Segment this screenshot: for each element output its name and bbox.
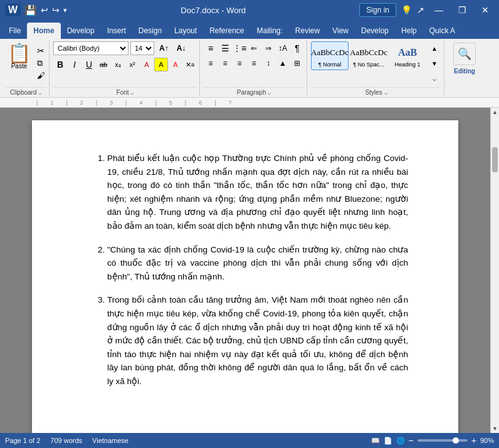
view-print-icon[interactable]: 📄 xyxy=(384,437,392,445)
shading-button[interactable]: ▲ xyxy=(276,56,290,70)
zoom-thumb[interactable] xyxy=(453,437,459,444)
ribbon-paragraph-group: ≡ ☰ ⋮≡ ⇐ ⇒ ↕A ¶ ≡ ≡ ≡ ≡ ↕ ▲ ⊞ Paragraph … xyxy=(201,40,307,96)
vertical-scrollbar[interactable]: ▲ ▼ xyxy=(490,108,499,433)
format-painter-button[interactable]: 🖌 xyxy=(36,70,46,81)
clipboard-content: 📋 Paste ✂ ⧉ 🖌 xyxy=(5,41,46,87)
italic-button[interactable]: I xyxy=(68,58,81,71)
tab-develop2[interactable]: Develop xyxy=(355,23,395,39)
tab-help[interactable]: Help xyxy=(395,23,423,39)
font-size-select[interactable]: 14 xyxy=(130,41,154,55)
tab-file[interactable]: File xyxy=(3,23,27,39)
ruler-marker: |1|2|3|4|5|6|7 xyxy=(5,100,494,106)
text-effects-button[interactable]: A xyxy=(140,58,154,71)
title-bar-left: W 💾 ↩ ↪ ▾ xyxy=(5,4,67,16)
ruler: |1|2|3|4|5|6|7 xyxy=(0,98,499,108)
ribbon: 📋 Paste ✂ ⧉ 🖌 Clipboard ⌵ Calibri (Body)… xyxy=(0,39,499,98)
tab-mailing[interactable]: Mailing: xyxy=(251,23,289,39)
list-item-1: Phát biểu kết luận cuộc họp Thường trực … xyxy=(107,152,408,233)
strikethrough-button[interactable]: ab xyxy=(97,58,110,71)
scrollbar-thumb[interactable] xyxy=(492,147,498,172)
align-right-button[interactable]: ≡ xyxy=(233,56,246,70)
align-center-button[interactable]: ≡ xyxy=(218,56,232,70)
clear-formatting-button[interactable]: ✕a xyxy=(183,58,197,71)
style-normal[interactable]: AaBbCcDc ¶ Normal xyxy=(311,41,349,70)
align-left-button[interactable]: ≡ xyxy=(204,56,218,70)
view-web-icon[interactable]: 🌐 xyxy=(396,437,405,445)
window-close[interactable]: ✕ xyxy=(476,4,494,16)
highlight-button[interactable]: A xyxy=(154,58,168,71)
scroll-up-arrow[interactable]: ▲ xyxy=(491,108,500,117)
styles-items: AaBbCcDc ¶ Normal AaBbCcDc ¶ No Spac... … xyxy=(311,41,441,85)
tell-me-icon[interactable]: 💡 xyxy=(401,5,412,15)
line-spacing-button[interactable]: ↕ xyxy=(261,56,275,70)
tab-develop[interactable]: Develop xyxy=(61,23,101,39)
quick-access-redo[interactable]: ↪ xyxy=(52,5,60,15)
editing-label-text: Editing xyxy=(454,68,475,75)
font-label: Font ⌵ xyxy=(53,87,197,96)
cut-button[interactable]: ✂ xyxy=(36,45,46,56)
scroll-down-arrow[interactable]: ▼ xyxy=(491,424,500,433)
zoom-slider[interactable] xyxy=(418,439,468,442)
justify-button[interactable]: ≡ xyxy=(247,56,261,70)
scrollbar-track[interactable] xyxy=(491,117,499,424)
document-scroll-area[interactable]: Phát biểu kết luận cuộc họp Thường trực … xyxy=(0,108,490,433)
window-restore[interactable]: ❐ xyxy=(453,4,471,16)
status-left: Page 1 of 2 709 words Vietnamese xyxy=(5,437,129,444)
view-read-icon[interactable]: 📖 xyxy=(371,437,380,445)
document-page: Phát biểu kết luận cuộc họp Thường trực … xyxy=(32,120,458,433)
font-size-increase[interactable]: A↑ xyxy=(156,43,172,54)
styles-scroll-down[interactable]: ▼ xyxy=(428,56,441,70)
font-size-decrease[interactable]: A↓ xyxy=(174,43,189,54)
document-title: Doc7.docx - Word xyxy=(67,6,359,15)
zoom-minus-button[interactable]: − xyxy=(409,435,414,445)
list-item-2: "Chúng ta xác định chống Covid-19 là cuộ… xyxy=(107,243,408,284)
styles-more[interactable]: ⌵ xyxy=(428,71,441,85)
decrease-indent-button[interactable]: ⇐ xyxy=(247,41,261,55)
style-heading1[interactable]: AaB Heading 1 xyxy=(389,41,426,70)
tab-home[interactable]: Home xyxy=(27,23,60,39)
bold-button[interactable]: B xyxy=(53,58,67,71)
zoom-level[interactable]: 90% xyxy=(480,437,494,444)
style-no-spacing-preview: AaBbCcDc xyxy=(350,44,387,61)
font-content: Calibri (Body) 14 A↑ A↓ B I U ab x₂ x² A… xyxy=(53,41,197,87)
window-minimize[interactable]: — xyxy=(429,4,448,16)
style-heading1-label: Heading 1 xyxy=(394,61,420,68)
tab-layout[interactable]: Layout xyxy=(168,23,203,39)
sort-button[interactable]: ↕A xyxy=(276,41,290,55)
tab-insert[interactable]: Insert xyxy=(101,23,132,39)
style-heading1-preview: AaB xyxy=(398,44,417,61)
borders-button[interactable]: ⊞ xyxy=(290,56,304,70)
search-icon: 🔍 xyxy=(458,47,471,61)
numbered-list-button[interactable]: ☰ xyxy=(218,41,232,55)
ribbon-editing-group: 🔍 Editing xyxy=(446,40,483,96)
title-bar: W 💾 ↩ ↪ ▾ Doc7.docx - Word Sign in 💡 ↗ —… xyxy=(0,0,499,20)
share-icon[interactable]: ↗ xyxy=(417,5,424,15)
style-no-spacing[interactable]: AaBbCcDc ¶ No Spac... xyxy=(350,41,387,70)
increase-indent-button[interactable]: ⇒ xyxy=(261,41,275,55)
search-button[interactable]: 🔍 xyxy=(453,43,476,65)
style-normal-preview: AaBbCcDc xyxy=(311,44,349,61)
quick-access-save[interactable]: 💾 xyxy=(24,4,37,16)
quick-access-undo[interactable]: ↩ xyxy=(41,5,48,15)
show-hide-button[interactable]: ¶ xyxy=(290,41,304,55)
multilevel-list-button[interactable]: ⋮≡ xyxy=(233,41,246,55)
styles-scroll-up[interactable]: ▲ xyxy=(428,41,441,55)
zoom-plus-button[interactable]: + xyxy=(471,435,476,445)
tab-view[interactable]: View xyxy=(326,23,355,39)
tab-quick-a[interactable]: Quick A xyxy=(423,23,461,39)
tab-review[interactable]: Review xyxy=(289,23,326,39)
bullet-list-button[interactable]: ≡ xyxy=(204,41,218,55)
clipboard-label: Clipboard ⌵ xyxy=(5,87,46,96)
superscript-button[interactable]: x² xyxy=(125,58,139,71)
styles-label: Styles ⌵ xyxy=(311,87,441,96)
sign-in-button[interactable]: Sign in xyxy=(359,3,396,17)
underline-button[interactable]: U xyxy=(82,58,96,71)
paste-button[interactable]: 📋 Paste xyxy=(5,41,33,87)
document-container: Phát biểu kết luận cuộc họp Thường trực … xyxy=(0,108,499,433)
copy-button[interactable]: ⧉ xyxy=(36,58,46,69)
tab-design[interactable]: Design xyxy=(132,23,168,39)
font-family-select[interactable]: Calibri (Body) xyxy=(53,41,129,55)
subscript-button[interactable]: x₂ xyxy=(111,58,125,71)
tab-reference[interactable]: Reference xyxy=(203,23,250,39)
font-color-button[interactable]: A xyxy=(169,58,182,71)
